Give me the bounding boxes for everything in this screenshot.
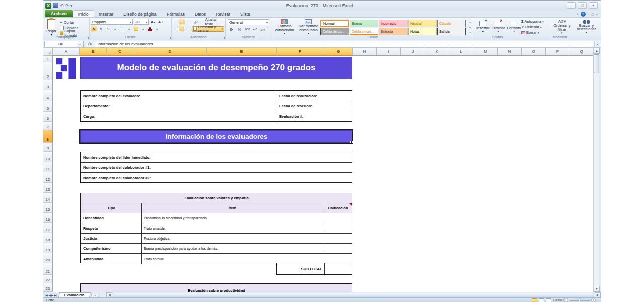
tab-vista[interactable]: Vista [235, 11, 255, 17]
tab-insertar[interactable]: Insertar [94, 11, 119, 17]
autosum-button[interactable]: Σ Autosuma ▾ [521, 19, 550, 24]
row-18[interactable]: 18 [43, 233, 53, 243]
subtotal-row[interactable]: SUBTOTAL [276, 263, 352, 275]
zoom-slider-thumb[interactable] [579, 298, 580, 302]
row-7[interactable]: 7 [43, 122, 53, 130]
row-23[interactable]: 23 [43, 283, 53, 292]
table-row[interactable]: Compañerismo Buena predisposición para a… [81, 244, 352, 254]
italic-button[interactable]: K [98, 26, 104, 32]
percent-button[interactable]: % [236, 26, 243, 32]
insert-cells-button[interactable]: Insertar ▾ [475, 19, 490, 35]
minimize-ribbon-icon[interactable]: ˄ [577, 13, 579, 16]
label-lider-inmediato[interactable]: Nombre completo del líder inmediato: [81, 152, 352, 162]
tab-diseno[interactable]: Diseño de página [118, 11, 162, 17]
col-I[interactable]: I [377, 48, 401, 56]
main-title-banner[interactable]: Modelo de evaluación de desempeño 270 gr… [80, 57, 352, 79]
score-cell[interactable] [324, 234, 352, 243]
fill-color-button[interactable] [133, 26, 139, 32]
underline-button[interactable]: S [105, 26, 111, 32]
paste-button[interactable]: Pegar ▾ [44, 19, 59, 37]
row-14[interactable]: 14 [43, 193, 53, 203]
table-row[interactable]: Honestidad Predomina la sinceridad y tra… [81, 213, 352, 223]
grow-font-button[interactable]: A▲ [150, 19, 156, 25]
orientation-button[interactable]: ab [191, 18, 200, 26]
col-C[interactable]: C [107, 48, 133, 56]
normal-view-button[interactable] [532, 298, 537, 302]
worksheet-area[interactable]: 1 2 3 4 5 6 7 8 9 10 11 12 13 14 15 16 1… [43, 56, 594, 292]
row-8[interactable]: 8 [43, 130, 53, 143]
clear-button[interactable]: Borrar ▾ [521, 30, 550, 35]
selected-cell-B8-section-banner[interactable]: Información de los evaluadores [80, 130, 352, 143]
horizontal-scrollbar[interactable]: ◀ ▶ [106, 292, 601, 297]
header-calificacion[interactable]: Calficación [324, 203, 352, 213]
undo-icon[interactable]: ↶ [60, 3, 64, 9]
row-5[interactable]: 5 [43, 101, 53, 112]
insert-worksheet-icon[interactable]: + [91, 293, 100, 297]
col-P[interactable]: P [546, 48, 570, 56]
col-D[interactable]: D [133, 48, 207, 56]
col-Q[interactable]: Q [570, 48, 593, 56]
style-celda-comprobacion[interactable]: Celda de co... [320, 28, 349, 35]
scroll-right-icon[interactable]: ▶ [595, 292, 601, 297]
score-cell[interactable] [324, 244, 352, 253]
row-19[interactable]: 19 [43, 243, 53, 253]
col-J[interactable]: J [401, 48, 425, 56]
format-cells-button[interactable]: Formato ▾ [506, 19, 522, 35]
name-box-dropdown-icon[interactable]: ▾ [77, 41, 84, 47]
style-buena[interactable]: Buena [350, 20, 378, 27]
formula-input[interactable]: Información de los evaluadores [95, 41, 595, 47]
number-format-combo[interactable]: General▾ [228, 19, 269, 25]
bold-button[interactable]: N [91, 26, 97, 32]
borders-button[interactable] [119, 26, 125, 32]
row-11[interactable]: 11 [43, 162, 53, 172]
col-L[interactable]: L [449, 48, 473, 56]
row-2[interactable]: 2 [43, 62, 53, 80]
format-as-table-button[interactable]: Dar formato como tabla ▾ [297, 19, 320, 35]
currency-button[interactable]: $▾ [228, 26, 235, 32]
fuente-dialog-launcher[interactable] [168, 37, 171, 39]
last-sheet-icon[interactable]: ▶| [54, 293, 57, 297]
font-color-dropdown-icon[interactable]: ▾ [154, 26, 160, 32]
conditional-formatting-button[interactable]: Formato condicional ▾ [272, 19, 297, 35]
row-4[interactable]: 4 [43, 90, 53, 101]
evaluatee-info-table[interactable]: Nombre completo del evaluado: Fecha de r… [80, 90, 352, 122]
style-notas[interactable]: Notas [408, 28, 437, 35]
sheet-canvas[interactable]: Modelo de evaluación de desempeño 270 gr… [53, 56, 594, 292]
style-neutral[interactable]: Neutral [408, 20, 437, 27]
align-left-button[interactable] [173, 26, 178, 32]
header-item[interactable]: Ítem [141, 203, 324, 213]
col-M[interactable]: M [473, 48, 498, 56]
name-box[interactable]: B8 [44, 41, 77, 47]
vertical-scrollbar[interactable]: ▲ ▼ [593, 48, 599, 292]
comma-style-button[interactable]: 000 [244, 26, 251, 32]
tab-archivo[interactable]: Archivo [45, 10, 73, 17]
style-celda-vinculada[interactable]: Celda vincul... [350, 28, 378, 35]
tab-revisar[interactable]: Revisar [211, 11, 235, 17]
delete-cells-button[interactable]: Eliminar ▾ [490, 19, 506, 35]
style-calculo[interactable]: Cálculo [437, 20, 466, 27]
portapapeles-dialog-launcher[interactable] [86, 37, 89, 39]
tab-formulas[interactable]: Fórmulas [162, 11, 190, 17]
label-cargo[interactable]: Cargo: [81, 111, 277, 121]
tab-inicio[interactable]: Inicio [73, 10, 94, 17]
align-center-button[interactable] [179, 26, 184, 32]
scroll-down-icon[interactable]: ▼ [594, 286, 600, 292]
fill-color-dropdown-icon[interactable]: ▾ [140, 26, 146, 32]
label-colaborador-1[interactable]: Nombre completo del colaborador #1: [81, 163, 352, 172]
row-3[interactable]: 3 [43, 80, 53, 90]
row-20[interactable]: 20 [43, 253, 53, 263]
wrap-text-button[interactable]: Ajustar texto [200, 19, 225, 25]
label-colaborador-2[interactable]: Nombre completo del colaborador #2: [81, 173, 352, 183]
header-tipo[interactable]: Tipo [81, 203, 141, 213]
col-E[interactable]: E [207, 48, 277, 56]
align-right-button[interactable] [185, 26, 190, 32]
zoom-level[interactable]: 100% [553, 298, 562, 302]
col-O[interactable]: O [522, 48, 546, 56]
first-sheet-icon[interactable]: |◀ [45, 293, 48, 297]
help-icon[interactable]: ? [581, 12, 586, 17]
fill-button[interactable]: ▼ Rellenar ▾ [521, 24, 550, 30]
col-B[interactable]: B [80, 48, 107, 56]
label-nombre-evaluado[interactable]: Nombre completo del evaluado: [81, 91, 277, 101]
row-16[interactable]: 16 [43, 213, 53, 223]
label-evaluacion-num[interactable]: Evaluación #: [277, 111, 352, 121]
